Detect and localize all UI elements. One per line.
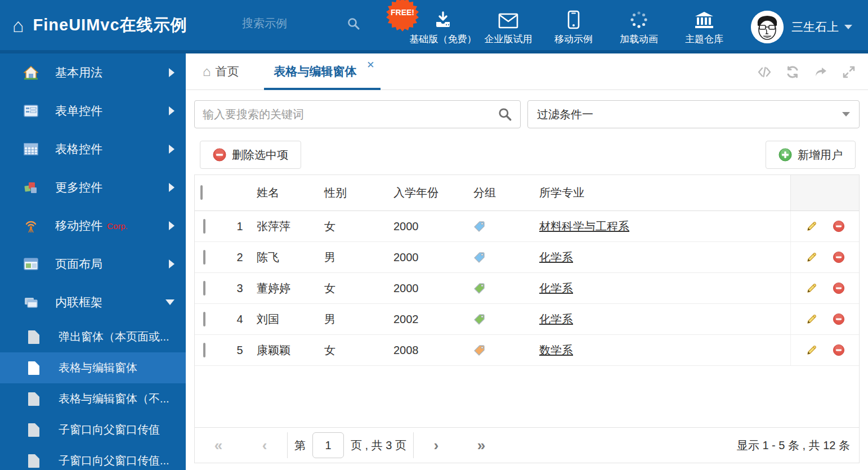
header-search-input[interactable]: 搜索示例 <box>242 16 360 31</box>
delete-row-icon[interactable] <box>833 220 845 232</box>
edit-pencil-icon[interactable] <box>806 313 818 325</box>
filter-row: 输入要搜索的关键词 过滤条件一 <box>194 100 860 128</box>
filter-dropdown[interactable]: 过滤条件一 <box>527 100 860 128</box>
tab-active-indicator <box>264 88 381 90</box>
table-row: 3董婷婷女2000化学系 <box>195 273 859 304</box>
col-major: 所学专业 <box>534 185 790 200</box>
delete-row-icon[interactable] <box>833 251 845 263</box>
sidebar-item-label: 基本用法 <box>55 65 102 80</box>
sidebar-subitem-child-to-parent[interactable]: 子窗口向父窗口传值 <box>0 414 186 445</box>
nav-label: 加载动画 <box>620 33 658 46</box>
source-code-icon[interactable] <box>758 65 771 79</box>
share-icon[interactable] <box>814 65 827 79</box>
cell-year: 2000 <box>388 251 468 264</box>
nav-basic-edition[interactable]: 基础版（免费） <box>410 0 476 53</box>
sidebar-item-label: 表格控件 <box>55 141 102 157</box>
add-user-label: 新增用户 <box>798 147 843 163</box>
sidebar-item-mobile-controls[interactable]: 移动控件 Corp. <box>0 207 186 245</box>
sidebar: 基本用法 表单控件 表格控件 更多控件 <box>0 53 186 470</box>
tag-icon <box>473 344 486 356</box>
layout-icon <box>24 257 38 271</box>
user-menu[interactable]: 三生石上 <box>751 0 852 53</box>
major-link[interactable]: 化学系 <box>539 282 573 294</box>
sidebar-item-page-layout[interactable]: 页面布局 <box>0 245 186 283</box>
sidebar-item-label: 内联框架 <box>55 294 102 310</box>
next-page-button[interactable]: › <box>414 437 459 454</box>
keyword-search-input[interactable]: 输入要搜索的关键词 <box>194 100 521 128</box>
data-grid: 姓名 性别 入学年份 分组 所学专业 1张萍萍女2000材料科学与工程系2陈飞男… <box>194 174 860 463</box>
search-icon[interactable] <box>347 17 360 30</box>
last-page-button[interactable]: » <box>459 437 504 454</box>
file-icon <box>28 330 39 344</box>
pagination-bar: « ‹ 第 页 , 共 3 页 › » 显示 1 - 5 条 , 共 12 条 <box>195 427 859 463</box>
app-logo[interactable]: ⌂ FineUIMvc在线示例 <box>12 14 187 37</box>
first-page-button[interactable]: « <box>195 437 242 454</box>
expand-icon[interactable] <box>842 65 856 79</box>
sidebar-subitem-popup-window[interactable]: 弹出窗体（本页面或... <box>0 321 186 352</box>
delete-row-icon[interactable] <box>833 344 845 356</box>
tab-home[interactable]: ⌂ 首页 <box>203 64 239 79</box>
prev-page-button[interactable]: ‹ <box>242 437 287 454</box>
tab-grid-edit-window[interactable]: 表格与编辑窗体 ✕ <box>274 53 367 90</box>
cell-name: 张萍萍 <box>251 219 319 234</box>
refresh-icon[interactable] <box>786 65 799 79</box>
major-link[interactable]: 数学系 <box>539 344 573 356</box>
record-summary: 显示 1 - 5 条 , 共 12 条 <box>737 438 850 453</box>
cell-group <box>468 251 534 263</box>
select-all-checkbox[interactable] <box>200 185 203 200</box>
plus-circle-icon <box>778 148 792 162</box>
table-icon <box>24 142 38 156</box>
nav-theme-store[interactable]: 主题仓库 <box>672 0 737 53</box>
sidebar-item-form-controls[interactable]: 表单控件 <box>0 92 186 130</box>
sidebar-item-grid-controls[interactable]: 表格控件 <box>0 130 186 168</box>
major-link[interactable]: 化学系 <box>539 313 573 325</box>
major-link[interactable]: 材料科学与工程系 <box>539 220 629 232</box>
delete-selected-button[interactable]: 删除选中项 <box>200 141 301 169</box>
add-user-button[interactable]: 新增用户 <box>766 141 856 169</box>
header-search-placeholder: 搜索示例 <box>242 16 347 31</box>
col-gender: 性别 <box>319 185 388 200</box>
sidebar-item-iframe[interactable]: 内联框架 <box>0 283 186 321</box>
cell-gender: 男 <box>319 312 388 327</box>
row-index: 5 <box>229 344 251 357</box>
edit-pencil-icon[interactable] <box>806 220 818 232</box>
nav-mobile-demo[interactable]: 移动示例 <box>541 0 606 53</box>
row-checkbox[interactable] <box>203 312 205 326</box>
sidebar-subitem-child-to-parent-2[interactable]: 子窗口向父窗口传值... <box>0 445 186 470</box>
table-row: 5康颖颖女2008数学系 <box>195 335 859 366</box>
close-icon[interactable]: ✕ <box>366 59 374 71</box>
delete-row-icon[interactable] <box>833 313 845 325</box>
envelope-icon <box>498 8 518 29</box>
edit-pencil-icon[interactable] <box>806 282 818 294</box>
nav-loading-animation[interactable]: 加载动画 <box>606 0 672 53</box>
page-number-input[interactable] <box>312 432 344 458</box>
sidebar-item-basic-usage[interactable]: 基本用法 <box>0 53 186 92</box>
page-prefix: 第 <box>294 438 306 453</box>
sidebar-subitem-grid-edit-window-2[interactable]: 表格与编辑窗体（不... <box>0 383 186 414</box>
cell-gender: 男 <box>319 250 388 265</box>
row-index: 1 <box>229 220 251 233</box>
sidebar-item-label: 更多控件 <box>55 180 102 195</box>
sidebar-item-more-controls[interactable]: 更多控件 <box>0 168 186 207</box>
delete-row-icon[interactable] <box>833 282 845 294</box>
cell-group <box>468 313 534 325</box>
major-link[interactable]: 化学系 <box>539 251 573 263</box>
row-checkbox[interactable] <box>203 343 205 357</box>
sidebar-subitem-label: 弹出窗体（本页面或... <box>59 329 169 344</box>
nav-enterprise-trial[interactable]: 企业版试用 <box>476 0 541 53</box>
row-checkbox[interactable] <box>203 250 205 265</box>
minus-circle-icon <box>213 148 226 162</box>
row-checkbox[interactable] <box>203 281 205 296</box>
chevron-right-icon <box>169 145 175 154</box>
sidebar-subitem-label: 表格与编辑窗体（不... <box>59 391 169 406</box>
sidebar-subitem-grid-edit-window[interactable]: 表格与编辑窗体 <box>0 352 186 383</box>
row-checkbox[interactable] <box>203 219 205 234</box>
table-row: 1张萍萍女2000材料科学与工程系 <box>195 211 859 242</box>
sidebar-subitem-label: 子窗口向父窗口传值 <box>59 422 160 437</box>
edit-pencil-icon[interactable] <box>806 251 818 263</box>
file-icon <box>28 392 39 406</box>
chevron-down-icon <box>842 112 850 117</box>
edit-pencil-icon[interactable] <box>806 344 818 356</box>
search-icon[interactable] <box>498 107 512 122</box>
avatar[interactable] <box>751 11 784 43</box>
